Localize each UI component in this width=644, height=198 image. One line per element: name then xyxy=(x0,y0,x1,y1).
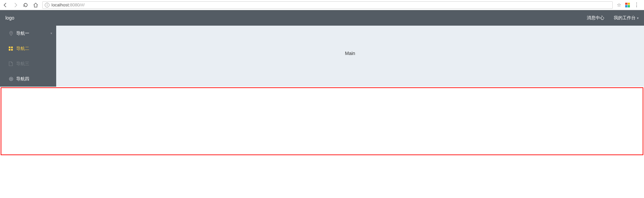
logo: logo xyxy=(5,15,14,21)
browser-menu-icon[interactable]: ⋮ xyxy=(634,2,639,8)
site-info-icon[interactable]: i xyxy=(45,3,49,7)
header-menu: 消息中心 我的工作台 ▾ xyxy=(587,15,639,21)
forward-icon xyxy=(13,2,18,8)
app-body: 导航一 ▾ 导航二 导航三 导航四 xyxy=(0,26,644,87)
sidebar-item-nav-4[interactable]: 导航四 xyxy=(0,71,56,86)
url-bar[interactable]: i localhost:8080/#/ xyxy=(42,1,613,9)
svg-rect-4 xyxy=(11,49,13,51)
chevron-down-icon: ▾ xyxy=(637,16,639,20)
sidebar-item-label: 导航二 xyxy=(16,46,29,52)
header-menu-label: 我的工作台 xyxy=(614,15,636,21)
chevron-down-icon: ▾ xyxy=(50,31,52,35)
sidebar-item-nav-1[interactable]: 导航一 ▾ xyxy=(0,26,56,41)
svg-point-5 xyxy=(9,77,13,81)
browser-chrome: i localhost:8080/#/ ☆ ⋮ xyxy=(0,0,644,10)
header-menu-label: 消息中心 xyxy=(587,15,604,21)
svg-rect-3 xyxy=(9,49,10,51)
browser-right-controls: ☆ ⋮ xyxy=(617,2,641,8)
location-icon xyxy=(9,31,13,36)
sidebar-item-label: 导航四 xyxy=(16,76,29,82)
back-icon[interactable] xyxy=(3,2,8,8)
url-text: localhost:8080/#/ xyxy=(51,2,84,7)
header: logo 消息中心 我的工作台 ▾ xyxy=(0,10,644,26)
extension-icon[interactable] xyxy=(625,3,630,7)
sidebar-item-label: 导航三 xyxy=(16,61,29,67)
reload-icon[interactable] xyxy=(23,2,28,8)
header-menu-message-center[interactable]: 消息中心 xyxy=(587,15,604,21)
bookmark-star-icon[interactable]: ☆ xyxy=(617,2,621,8)
svg-point-0 xyxy=(10,32,11,33)
sidebar-item-nav-3: 导航三 xyxy=(0,56,56,71)
grid-icon xyxy=(9,47,13,51)
svg-rect-1 xyxy=(9,47,10,48)
main-content: Main xyxy=(56,26,644,87)
sidebar-item-nav-2[interactable]: 导航二 xyxy=(0,41,56,56)
document-icon xyxy=(9,61,13,66)
setting-icon xyxy=(9,77,13,81)
sidebar: 导航一 ▾ 导航二 导航三 导航四 xyxy=(0,26,56,87)
browser-nav-buttons xyxy=(3,2,38,8)
app-shell: logo 消息中心 我的工作台 ▾ 导航一 ▾ xyxy=(0,10,644,87)
svg-point-6 xyxy=(10,78,12,80)
main-text: Main xyxy=(345,51,355,56)
home-icon[interactable] xyxy=(33,2,38,8)
header-menu-workspace[interactable]: 我的工作台 ▾ xyxy=(614,15,639,21)
debug-highlight-box xyxy=(1,87,643,155)
svg-rect-2 xyxy=(11,47,13,48)
sidebar-item-label: 导航一 xyxy=(16,30,29,36)
